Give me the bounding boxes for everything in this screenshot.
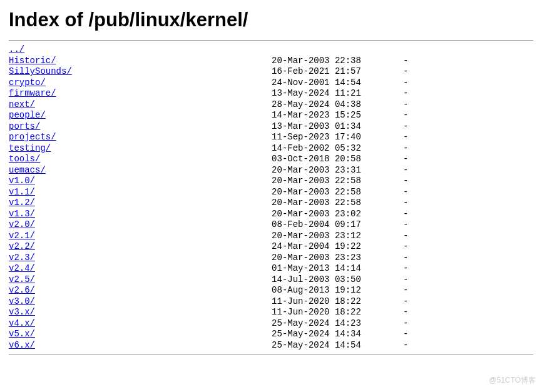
dir-link[interactable]: SillySounds/ xyxy=(9,66,72,76)
dir-link[interactable]: v3.x/ xyxy=(9,307,35,317)
dir-link[interactable]: people/ xyxy=(9,110,46,120)
dir-link[interactable]: testing/ xyxy=(9,143,51,153)
listing: ../ Historic/ 20-Mar-2003 22:38 - SillyS… xyxy=(9,44,533,351)
dir-link[interactable]: v2.6/ xyxy=(9,285,35,295)
dir-link[interactable]: v1.2/ xyxy=(9,198,35,208)
dir-link[interactable]: Historic/ xyxy=(9,56,56,66)
divider-top xyxy=(9,40,533,41)
dir-link[interactable]: v2.2/ xyxy=(9,241,35,251)
dir-link[interactable]: v3.0/ xyxy=(9,296,35,306)
dir-link[interactable]: ports/ xyxy=(9,121,40,131)
dir-link[interactable]: v5.x/ xyxy=(9,329,35,339)
dir-link[interactable]: v2.3/ xyxy=(9,253,35,263)
dir-link[interactable]: crypto/ xyxy=(9,78,46,88)
dir-link[interactable]: v1.1/ xyxy=(9,187,35,197)
dir-link[interactable]: projects/ xyxy=(9,132,56,142)
dir-link[interactable]: v1.3/ xyxy=(9,209,35,219)
dir-link[interactable]: v1.0/ xyxy=(9,176,35,186)
dir-link[interactable]: firmware/ xyxy=(9,88,56,98)
dir-link[interactable]: v2.4/ xyxy=(9,263,35,273)
dir-link[interactable]: tools/ xyxy=(9,154,40,164)
parent-link[interactable]: ../ xyxy=(9,44,24,54)
dir-link[interactable]: next/ xyxy=(9,99,35,109)
divider-bottom xyxy=(9,354,533,355)
dir-link[interactable]: v6.x/ xyxy=(9,340,35,350)
dir-link[interactable]: v2.1/ xyxy=(9,231,35,241)
dir-link[interactable]: v4.x/ xyxy=(9,318,35,328)
page-title: Index of /pub/linux/kernel/ xyxy=(9,9,533,31)
dir-link[interactable]: v2.0/ xyxy=(9,219,35,229)
dir-link[interactable]: uemacs/ xyxy=(9,165,46,175)
dir-link[interactable]: v2.5/ xyxy=(9,274,35,284)
